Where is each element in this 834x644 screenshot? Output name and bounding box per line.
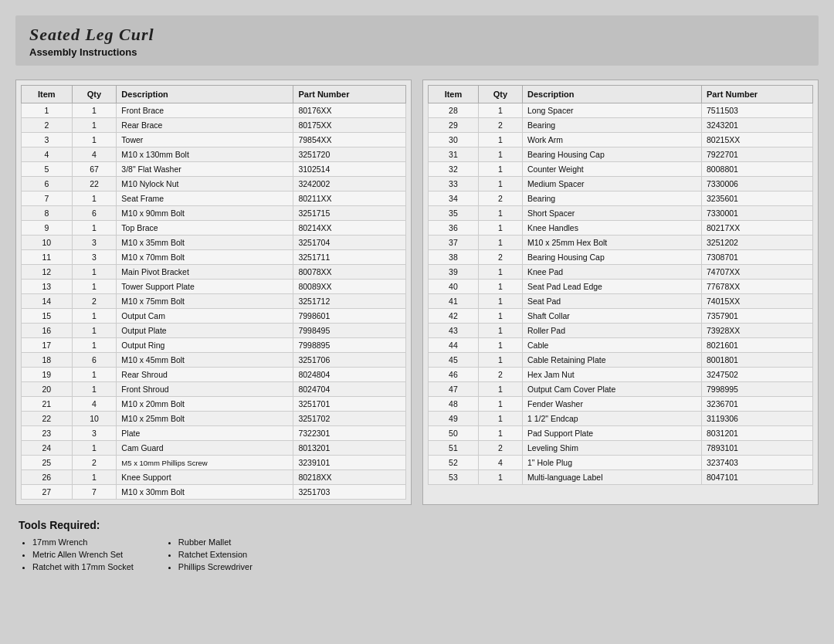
table-cell: 31 [429, 147, 479, 162]
table-cell: 7998495 [293, 324, 406, 338]
left-col-desc: Description [117, 86, 293, 103]
table-cell: 1 [478, 206, 522, 221]
table-cell: 3 [72, 236, 117, 250]
table-cell: 8024804 [293, 368, 406, 382]
table-cell: 1 [72, 338, 117, 353]
table-cell: Bearing [522, 118, 701, 133]
table-cell: 7998601 [293, 309, 406, 324]
table-cell: Front Brace [117, 103, 293, 118]
table-cell: 1 [72, 368, 117, 382]
page: Seated Leg Curl Assembly Instructions It… [0, 0, 834, 644]
table-cell: 37 [429, 236, 479, 250]
table-cell: 1 [72, 280, 117, 294]
table-cell: 74707XX [702, 265, 813, 280]
table-cell: 7998895 [293, 338, 406, 353]
table-cell: 4 [72, 397, 117, 412]
table-row: 371M10 x 25mm Hex Bolt3251202 [429, 236, 813, 250]
table-row: 86M10 x 90mm Bolt3251715 [22, 206, 406, 221]
tools-title: Tools Required: [19, 519, 815, 531]
table-cell: 19 [22, 368, 73, 382]
table-cell: M10 x 25mm Bolt [117, 412, 293, 426]
table-row: 2210M10 x 25mm Bolt3251702 [22, 412, 406, 426]
list-item: Metric Allen Wrench Set [32, 550, 134, 559]
table-row: 351Short Spacer7330001 [429, 206, 813, 221]
table-cell: 3251720 [293, 147, 406, 162]
table-row: 622M10 Nylock Nut3242002 [22, 177, 406, 192]
table-cell: 6 [72, 353, 117, 368]
table-cell: 21 [22, 397, 73, 412]
table-cell: 15 [22, 309, 73, 324]
header: Seated Leg Curl Assembly Instructions [15, 15, 819, 66]
table-cell: 7330006 [702, 177, 813, 192]
left-col-part: Part Number [293, 86, 406, 103]
table-cell: 1 [72, 221, 117, 236]
table-cell: Knee Support [117, 470, 293, 485]
table-cell: 17 [22, 338, 73, 353]
table-cell: 6 [72, 206, 117, 221]
table-cell: 45 [429, 353, 479, 368]
table-cell: 2 [72, 456, 117, 470]
table-cell: 1 [72, 324, 117, 338]
table-cell: 1 [72, 192, 117, 206]
table-cell: 1 [72, 103, 117, 118]
table-cell: M10 x 45mm Bolt [117, 353, 293, 368]
table-cell: 7308701 [702, 250, 813, 265]
table-cell: 36 [429, 221, 479, 236]
table-cell: 80217XX [702, 221, 813, 236]
table-cell: 1 [478, 265, 522, 280]
table-row: 5673/8" Flat Washer3102514 [22, 162, 406, 177]
table-cell: 7998995 [702, 382, 813, 397]
table-row: 4911 1/2" Endcap3119306 [429, 412, 813, 426]
table-cell: 3235601 [702, 192, 813, 206]
tables-container: Item Qty Description Part Number 11Front… [15, 80, 819, 505]
table-cell: 1 [478, 324, 522, 338]
table-cell: 80078XX [293, 265, 406, 280]
table-cell: M5 x 10mm Phillips Screw [117, 456, 293, 470]
table-cell: Bearing Housing Cap [522, 250, 701, 265]
table-cell: 80175XX [293, 118, 406, 133]
table-cell: Output Cam [117, 309, 293, 324]
table-cell: Counter Weight [522, 162, 701, 177]
table-row: 462Hex Jam Nut3247502 [429, 368, 813, 382]
table-row: 501Pad Support Plate8031201 [429, 426, 813, 441]
table-row: 11Front Brace80176XX [22, 103, 406, 118]
table-cell: 6 [22, 177, 73, 192]
table-cell: 3251701 [293, 397, 406, 412]
table-cell: 3 [22, 133, 73, 147]
table-cell: Top Brace [117, 221, 293, 236]
table-cell: M10 x 20mm Bolt [117, 397, 293, 412]
table-cell: Bearing [522, 192, 701, 206]
table-cell: 1 [478, 397, 522, 412]
table-cell: 80211XX [293, 192, 406, 206]
table-row: 186M10 x 45mm Bolt3251706 [22, 353, 406, 368]
table-cell: 1 [478, 221, 522, 236]
table-row: 277M10 x 30mm Bolt3251703 [22, 485, 406, 500]
table-row: 21Rear Brace80175XX [22, 118, 406, 133]
table-cell: 8031201 [702, 426, 813, 441]
tools-left-list: 17mm WrenchMetric Allen Wrench SetRatche… [19, 537, 134, 575]
table-cell: 3251702 [293, 412, 406, 426]
table-row: 281Long Spacer7511503 [429, 103, 813, 118]
table-cell: 80176XX [293, 103, 406, 118]
table-cell: 77678XX [702, 280, 813, 294]
table-cell: Multi-language Label [522, 470, 701, 485]
table-cell: 22 [22, 412, 73, 426]
table-row: 5241" Hole Plug3237403 [429, 456, 813, 470]
table-cell: 1 [478, 294, 522, 309]
table-row: 411Seat Pad74015XX [429, 294, 813, 309]
table-cell: Short Spacer [522, 206, 701, 221]
table-cell: 12 [22, 265, 73, 280]
table-row: 512Leveling Shim7893101 [429, 441, 813, 456]
table-cell: 3251715 [293, 206, 406, 221]
table-row: 361Knee Handles80217XX [429, 221, 813, 236]
table-row: 171Output Ring7998895 [22, 338, 406, 353]
table-cell: 3 [72, 426, 117, 441]
table-cell: 3251711 [293, 250, 406, 265]
table-row: 441Cable8021601 [429, 338, 813, 353]
table-cell: 1 [478, 426, 522, 441]
table-cell: 10 [22, 236, 73, 250]
table-row: 391Knee Pad74707XX [429, 265, 813, 280]
table-cell: 3/8" Flat Washer [117, 162, 293, 177]
table-row: 292Bearing3243201 [429, 118, 813, 133]
table-cell: Bearing Housing Cap [522, 147, 701, 162]
